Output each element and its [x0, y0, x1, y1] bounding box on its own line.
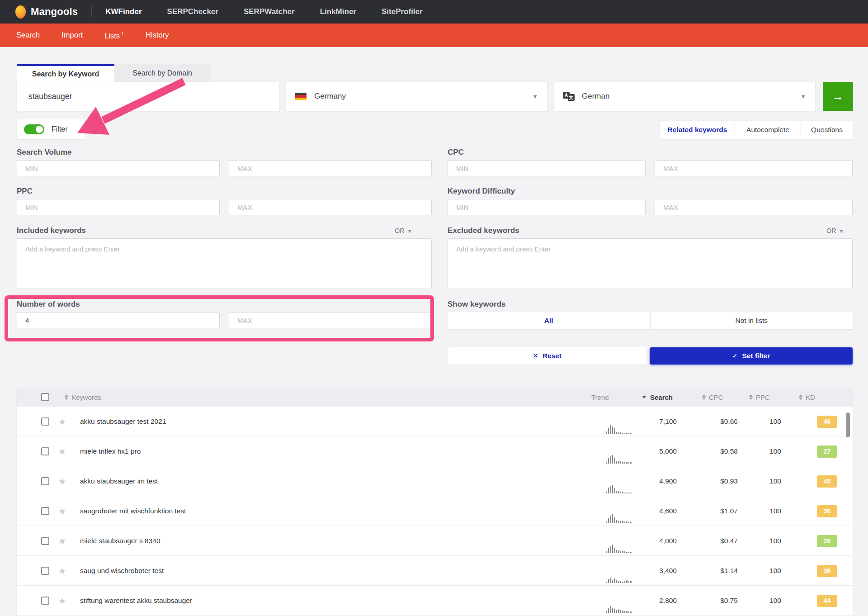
excluded-operator-dropdown[interactable]: OR▼ — [826, 227, 844, 234]
keyword-difficulty-max-input[interactable] — [655, 199, 853, 215]
language-select[interactable]: A文 German ▼ — [554, 82, 815, 111]
keyword-cell[interactable]: saug und wischroboter test — [80, 556, 164, 586]
column-ppc[interactable]: PPC — [749, 388, 770, 407]
number-of-words-min-input[interactable] — [17, 312, 220, 328]
column-search[interactable]: Search — [642, 388, 673, 407]
brand-name: Mangools — [31, 6, 78, 18]
ppc-cell: 100 — [750, 526, 781, 556]
star-icon[interactable]: ★ — [58, 476, 66, 487]
row-checkbox[interactable] — [41, 447, 49, 455]
keyword-cell[interactable]: akku staubsauger im test — [80, 466, 158, 496]
filter-toggle[interactable] — [24, 124, 44, 134]
number-of-words-max-input[interactable] — [229, 312, 432, 328]
select-all-checkbox[interactable] — [41, 393, 49, 401]
topnav-item-linkminer[interactable]: LinkMiner — [320, 7, 356, 16]
column-kd[interactable]: KD — [799, 388, 815, 407]
check-icon: ✓ — [732, 352, 738, 360]
star-icon[interactable]: ★ — [58, 446, 66, 457]
star-icon[interactable]: ★ — [58, 596, 66, 606]
included-keywords-input[interactable] — [17, 238, 432, 289]
kd-badge[interactable]: 44 — [817, 595, 837, 607]
location-select[interactable]: Germany ▼ — [286, 82, 547, 111]
excluded-operator-value: OR — [826, 227, 836, 234]
arrow-right-icon: → — [832, 90, 844, 104]
set-filter-button[interactable]: ✓Set filter — [650, 347, 853, 365]
ppc-cell: 100 — [750, 466, 781, 496]
row-checkbox[interactable] — [41, 507, 49, 515]
ppc-cell: 100 — [750, 436, 781, 466]
search-volume-cell: 4,900 — [623, 466, 677, 496]
close-icon: ✕ — [533, 352, 538, 360]
star-icon[interactable]: ★ — [58, 417, 66, 427]
search-volume-max-input[interactable] — [229, 160, 432, 176]
topnav-item-kwfinder[interactable]: KWFinder — [105, 7, 142, 16]
kd-badge[interactable]: 36 — [817, 505, 837, 517]
excluded-keywords-input[interactable] — [448, 238, 853, 289]
kd-badge[interactable]: 46 — [817, 416, 837, 428]
kd-badge[interactable]: 36 — [817, 565, 837, 577]
star-icon[interactable]: ★ — [58, 506, 66, 516]
included-keywords-label: Included keywords — [17, 226, 86, 235]
result-tab-autocomplete[interactable]: Autocomplete — [735, 121, 801, 139]
result-tab-questions[interactable]: Questions — [801, 121, 853, 139]
tab-search-by-domain[interactable]: Search by Domain — [114, 64, 210, 82]
show-option-not-in-lists[interactable]: Not in lists — [651, 312, 853, 329]
column-cpc[interactable]: CPC — [702, 388, 723, 407]
search-submit-button[interactable]: → — [823, 82, 853, 111]
show-option-all[interactable]: All — [448, 312, 651, 329]
star-icon[interactable]: ★ — [58, 536, 66, 546]
ppc-max-input[interactable] — [229, 199, 432, 215]
subnav-item-history[interactable]: History — [146, 31, 169, 40]
kd-cell: 36 — [817, 496, 837, 526]
kd-badge[interactable]: 27 — [817, 445, 837, 458]
tab-search-by-keyword[interactable]: Search by Keyword — [17, 64, 114, 82]
excluded-keywords-label: Excluded keywords — [448, 226, 519, 235]
keyword-cell[interactable]: miele staubsauger s 8340 — [80, 526, 160, 556]
search-volume-min-input[interactable] — [17, 160, 220, 176]
kd-badge[interactable]: 26 — [817, 535, 837, 547]
cpc-min-input[interactable] — [448, 160, 646, 176]
search-volume-cell: 4,000 — [623, 526, 677, 556]
column-keywords[interactable]: Keywords — [65, 388, 101, 407]
subnav-item-lists[interactable]: Lists1 — [104, 31, 124, 40]
keyword-cell[interactable]: saugroboter mit wischfunktion test — [80, 496, 186, 526]
search-volume-cell: 3,400 — [623, 556, 677, 586]
keyword-cell[interactable]: stiftung warentest akku staubsauger — [80, 586, 192, 616]
row-checkbox[interactable] — [41, 537, 49, 545]
filter-toggle-label: Filter — [52, 125, 68, 133]
number-of-words-label: Number of words — [17, 300, 80, 309]
table-row: ★miele staubsauger s 83404,000$0.4710026 — [17, 526, 853, 556]
chevron-down-icon: ▼ — [839, 228, 844, 234]
keyword-search-input[interactable] — [17, 82, 279, 111]
cpc-cell: $1.14 — [695, 556, 738, 586]
row-checkbox[interactable] — [41, 567, 49, 575]
mangools-logo[interactable]: Mangools — [0, 5, 90, 19]
ppc-cell: 100 — [750, 556, 781, 586]
subnav-item-import[interactable]: Import — [61, 31, 83, 40]
cpc-max-input[interactable] — [655, 160, 853, 176]
row-checkbox[interactable] — [41, 477, 49, 485]
topnav-item-siteprofiler[interactable]: SiteProfiler — [382, 7, 423, 16]
topnav-item-serpchecker[interactable]: SERPChecker — [167, 7, 218, 16]
ppc-cell: 100 — [750, 496, 781, 526]
keyword-difficulty-min-input[interactable] — [448, 199, 646, 215]
table-scrollbar[interactable] — [846, 412, 850, 437]
reset-filter-button[interactable]: ✕Reset — [448, 347, 646, 365]
row-checkbox[interactable] — [41, 597, 49, 605]
result-tab-related-keywords[interactable]: Related keywords — [660, 121, 735, 139]
topnav-item-serpwatcher[interactable]: SERPWatcher — [244, 7, 295, 16]
chevron-down-icon: ▼ — [532, 93, 538, 100]
included-operator-dropdown[interactable]: OR▼ — [395, 227, 412, 234]
table-row: ★miele triflex hx1 pro5,000$0.5810027 — [17, 436, 853, 466]
star-icon[interactable]: ★ — [58, 566, 66, 576]
search-volume-label: Search Volume — [17, 148, 72, 157]
keyword-cell[interactable]: akku staubsauger test 2021 — [80, 407, 166, 436]
keyword-cell[interactable]: miele triflex hx1 pro — [80, 436, 141, 466]
ppc-min-input[interactable] — [17, 199, 220, 215]
row-checkbox[interactable] — [41, 417, 49, 426]
cpc-cell: $0.47 — [695, 526, 738, 556]
cpc-label: CPC — [448, 148, 464, 157]
subnav-item-search[interactable]: Search — [16, 31, 40, 40]
sort-icon — [65, 394, 68, 400]
kd-badge[interactable]: 45 — [817, 475, 837, 488]
